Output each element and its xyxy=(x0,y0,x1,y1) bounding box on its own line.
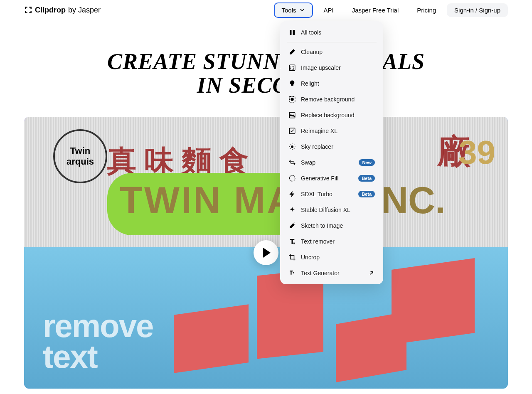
bulb-icon xyxy=(288,80,296,87)
hero-title: CREATE STUNNING VISUALS IN SECONDS xyxy=(0,50,532,97)
remove-bg-icon xyxy=(288,96,296,103)
dropdown-remove-bg[interactable]: Remove background xyxy=(283,91,380,107)
upscale-icon xyxy=(288,64,296,71)
play-icon xyxy=(263,248,271,258)
dropdown-label: All tools xyxy=(301,29,375,36)
logo-byline: by Jasper xyxy=(68,6,101,15)
new-badge: New xyxy=(359,159,375,166)
dropdown-all-tools[interactable]: All tools xyxy=(283,25,380,40)
turbo-icon xyxy=(288,190,296,198)
dropdown-sdxl-turbo[interactable]: SDXL Turbo Beta xyxy=(283,186,380,202)
storefront-logo: Twin arquis xyxy=(53,129,107,183)
header: Clipdrop by Jasper Tools API Jasper Free… xyxy=(0,0,532,20)
number-39: 39 xyxy=(458,133,495,172)
pricing-button[interactable]: Pricing xyxy=(409,3,443,17)
swap-icon xyxy=(288,159,296,166)
svg-rect-0 xyxy=(290,30,292,35)
external-link-icon xyxy=(368,270,375,276)
logo-name: Clipdrop xyxy=(35,6,66,15)
dropdown-reimagine[interactable]: Reimagine XL xyxy=(283,123,380,139)
dropdown-upscaler[interactable]: Image upscaler xyxy=(283,60,380,76)
uncrop-icon xyxy=(288,254,296,261)
dropdown-divider xyxy=(287,42,377,42)
svg-rect-1 xyxy=(293,30,295,35)
logo[interactable]: Clipdrop by Jasper xyxy=(24,6,101,15)
api-button[interactable]: API xyxy=(316,3,341,17)
svg-rect-3 xyxy=(291,66,294,69)
dropdown-stable-diffusion[interactable]: Stable Diffusion XL xyxy=(283,202,380,218)
dropdown-cleanup[interactable]: Cleanup xyxy=(283,44,380,60)
text-remove-icon xyxy=(288,238,296,245)
replace-bg-icon xyxy=(288,111,296,119)
sun-icon xyxy=(288,143,296,150)
tools-dropdown: All tools Cleanup Image upscaler Relight… xyxy=(280,21,383,284)
clipdrop-logo-icon xyxy=(24,6,32,14)
dropdown-text-remover[interactable]: Text remover xyxy=(283,234,380,249)
main-nav: Tools API Jasper Free Trial Pricing Sign… xyxy=(274,2,508,18)
trial-button[interactable]: Jasper Free Trial xyxy=(345,3,406,17)
reimagine-icon xyxy=(288,127,296,135)
signin-button[interactable]: Sign-in / Sign-up xyxy=(447,3,508,17)
dropdown-sketch[interactable]: Sketch to Image xyxy=(283,218,380,234)
svg-rect-2 xyxy=(289,65,295,71)
dropdown-generative-fill[interactable]: Generative Fill Beta xyxy=(283,170,380,186)
fill-icon xyxy=(288,175,296,182)
eraser-icon xyxy=(288,48,296,56)
play-button[interactable] xyxy=(254,240,278,265)
dropdown-swap[interactable]: Swap New xyxy=(283,155,380,170)
sparkle-icon xyxy=(288,206,296,214)
text-gen-icon xyxy=(288,269,296,277)
all-tools-icon xyxy=(288,29,296,36)
nc-text: NC. xyxy=(381,179,446,222)
svg-point-9 xyxy=(289,175,295,181)
chevron-down-icon xyxy=(299,7,305,13)
video-overlay-text: remove text xyxy=(43,310,153,372)
dropdown-text-generator[interactable]: Text Generator xyxy=(283,265,380,281)
svg-point-8 xyxy=(291,145,293,148)
beta-badge: Beta xyxy=(358,191,375,197)
tools-label: Tools xyxy=(281,7,296,14)
dropdown-replace-bg[interactable]: Replace background xyxy=(283,107,380,123)
svg-point-5 xyxy=(291,98,293,101)
wand-icon xyxy=(288,222,296,229)
beta-badge: Beta xyxy=(358,175,375,182)
dropdown-sky-replacer[interactable]: Sky replacer xyxy=(283,139,380,155)
dropdown-uncrop[interactable]: Uncrop xyxy=(283,249,380,265)
video-hero[interactable]: Twin arquis 真味麵食 廠 39 TWIN MAR NC. remov… xyxy=(24,117,508,389)
tools-button[interactable]: Tools xyxy=(274,2,313,18)
dropdown-relight[interactable]: Relight xyxy=(283,76,380,91)
